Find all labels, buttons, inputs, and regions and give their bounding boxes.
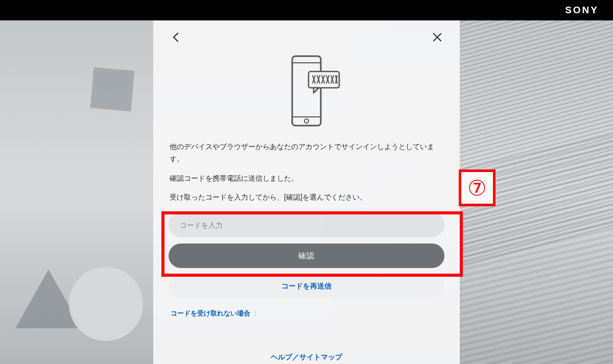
close-button[interactable] <box>430 30 444 44</box>
code-sent-message: 確認コードを携帯電話に送信しました。 <box>170 173 443 185</box>
phone-code-illustration <box>169 50 444 132</box>
svg-point-2 <box>304 119 309 123</box>
modal-header <box>169 30 444 45</box>
verification-code-input[interactable] <box>169 212 444 237</box>
footer-area: ヘルプ／サイトマップ <box>153 352 460 362</box>
bg-shape-square <box>90 67 135 112</box>
back-button[interactable] <box>169 30 183 44</box>
verification-modal: 他のデバイスやブラウザーからあなたのアカウントでサインインしようとしています。 … <box>153 20 460 364</box>
resend-code-button[interactable]: コードを再送信 <box>169 275 444 298</box>
svg-rect-3 <box>309 71 339 88</box>
sony-logo: SONY <box>565 5 599 16</box>
close-icon <box>433 33 442 42</box>
bg-shape-circle <box>69 267 143 341</box>
header-bar: SONY <box>0 0 613 20</box>
form-area: 確認 コードを再送信 <box>169 211 444 298</box>
cant-receive-code-link[interactable]: コードを受け取れない場合 <box>171 309 260 318</box>
help-sitemap-link[interactable]: ヘルプ／サイトマップ <box>271 353 342 361</box>
confirm-button[interactable]: 確認 <box>169 244 444 268</box>
signin-attempt-message: 他のデバイスやブラウザーからあなたのアカウントでサインインしようとしています。 <box>170 141 443 165</box>
chevron-left-icon <box>172 32 179 42</box>
instruction-message: 受け取ったコードを入力してから、[確認]を選んでください。 <box>170 191 443 204</box>
